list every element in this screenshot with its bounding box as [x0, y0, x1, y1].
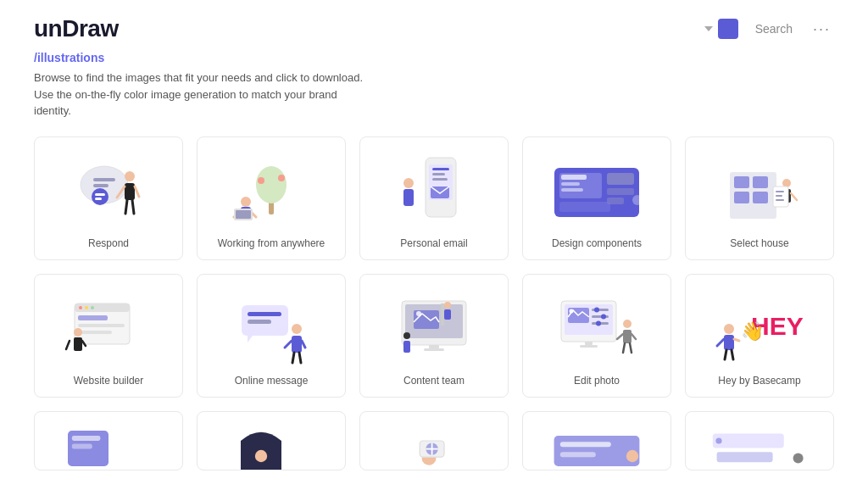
- card-label-working-anywhere: Working from anywhere: [218, 237, 326, 249]
- illus-working-anywhere: [208, 151, 335, 227]
- card-personal-email[interactable]: Personal email: [359, 136, 509, 260]
- svg-line-72: [302, 341, 305, 348]
- svg-rect-98: [585, 342, 593, 345]
- svg-point-130: [793, 453, 804, 463]
- svg-point-100: [623, 320, 632, 328]
- card-hey-basecamp[interactable]: HEY 👋 Hey by Basecamp: [685, 274, 834, 398]
- section-description: Browse to find the images that fit your …: [0, 68, 407, 120]
- row-3-partial: [34, 411, 834, 470]
- svg-point-57: [91, 306, 94, 309]
- row-1: Respond: [34, 136, 834, 260]
- search-button[interactable]: Search: [748, 19, 799, 39]
- svg-line-11: [132, 200, 134, 214]
- svg-point-95: [601, 314, 606, 319]
- svg-rect-86: [429, 345, 439, 348]
- svg-line-73: [292, 353, 294, 363]
- svg-line-111: [734, 339, 739, 341]
- svg-rect-43: [734, 192, 749, 203]
- svg-rect-54: [75, 303, 130, 312]
- partial-card-5[interactable]: [685, 411, 834, 470]
- svg-point-69: [292, 324, 302, 334]
- svg-point-97: [596, 320, 601, 326]
- svg-point-126: [626, 449, 638, 461]
- illus-online-message: [208, 288, 335, 365]
- partial-card-1[interactable]: [34, 411, 183, 470]
- partial-card-2[interactable]: [197, 411, 346, 470]
- svg-rect-42: [753, 176, 768, 188]
- section-subtitle: /illustrations: [0, 42, 868, 68]
- svg-rect-115: [72, 436, 101, 441]
- svg-point-82: [444, 302, 451, 309]
- svg-rect-34: [561, 188, 583, 192]
- svg-rect-1: [93, 178, 115, 181]
- svg-point-15: [278, 175, 285, 181]
- svg-marker-68: [248, 336, 253, 342]
- partial-card-4[interactable]: [522, 411, 671, 470]
- svg-rect-52: [776, 199, 784, 201]
- header: unDraw Search ···: [0, 0, 868, 42]
- svg-point-78: [416, 311, 421, 316]
- svg-point-16: [241, 197, 251, 207]
- svg-point-128: [715, 437, 721, 443]
- svg-point-27: [403, 178, 414, 188]
- card-website-builder[interactable]: Website builder: [34, 274, 183, 398]
- svg-rect-44: [753, 192, 768, 203]
- svg-rect-62: [74, 337, 82, 351]
- more-options-button[interactable]: ···: [810, 17, 834, 42]
- partial-card-3[interactable]: [359, 411, 509, 470]
- illus-content-team: [370, 288, 498, 365]
- svg-line-103: [632, 334, 636, 339]
- card-edit-photo[interactable]: Edit photo: [522, 274, 671, 398]
- card-label-design-components: Design components: [552, 237, 642, 249]
- svg-rect-70: [292, 336, 302, 353]
- svg-rect-24: [432, 168, 449, 170]
- svg-line-9: [135, 186, 139, 197]
- svg-line-104: [623, 343, 625, 353]
- svg-rect-41: [734, 176, 749, 188]
- color-swatch[interactable]: [718, 19, 738, 39]
- svg-rect-50: [776, 191, 784, 192]
- card-working-anywhere[interactable]: Working from anywhere: [197, 136, 346, 260]
- card-design-components[interactable]: Design components: [522, 136, 671, 260]
- illus-respond: [45, 151, 172, 227]
- svg-rect-35: [607, 173, 634, 185]
- svg-text:👋: 👋: [741, 320, 765, 342]
- svg-point-55: [79, 306, 82, 309]
- row-2: Website builder: [34, 274, 834, 398]
- svg-rect-5: [95, 198, 102, 200]
- svg-point-84: [403, 332, 410, 339]
- illus-design-components: [533, 151, 660, 227]
- illus-select-house: [696, 151, 823, 227]
- svg-line-74: [299, 353, 301, 363]
- card-content-team[interactable]: Content team: [359, 274, 509, 398]
- card-label-edit-photo: Edit photo: [574, 375, 620, 387]
- card-respond[interactable]: Respond: [34, 136, 183, 260]
- svg-line-112: [725, 350, 726, 359]
- card-label-hey-basecamp: Hey by Basecamp: [718, 375, 800, 387]
- card-label-select-house: Select house: [730, 237, 788, 249]
- svg-rect-21: [236, 210, 251, 219]
- svg-rect-109: [724, 335, 734, 350]
- card-label-content-team: Content team: [403, 375, 465, 387]
- header-right: Search ···: [704, 17, 834, 42]
- svg-rect-79: [441, 303, 444, 326]
- svg-point-108: [724, 324, 734, 334]
- svg-point-6: [125, 171, 135, 181]
- card-select-house[interactable]: Select house: [685, 136, 834, 260]
- svg-rect-99: [580, 345, 598, 348]
- svg-rect-33: [561, 182, 580, 186]
- svg-line-10: [125, 200, 127, 214]
- svg-rect-28: [403, 189, 414, 206]
- svg-rect-7: [125, 183, 135, 200]
- color-picker[interactable]: [704, 19, 738, 39]
- svg-line-102: [617, 334, 623, 339]
- illus-hey-basecamp: HEY 👋: [696, 288, 823, 365]
- svg-point-93: [594, 307, 599, 312]
- svg-rect-26: [432, 178, 448, 181]
- card-online-message[interactable]: Online message: [197, 274, 346, 398]
- svg-line-110: [717, 339, 724, 346]
- svg-rect-125: [560, 452, 596, 457]
- svg-rect-83: [444, 309, 451, 320]
- svg-rect-2: [93, 184, 108, 187]
- svg-line-71: [285, 341, 292, 348]
